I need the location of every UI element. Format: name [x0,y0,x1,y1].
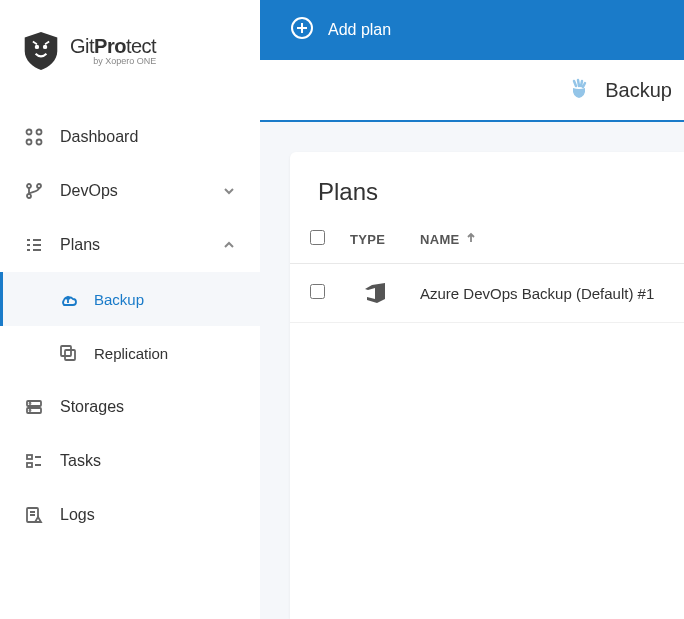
nav-label: Dashboard [60,128,236,146]
backup-icon [58,289,78,309]
nav-label: DevOps [60,182,206,200]
svg-point-2 [27,130,32,135]
dashboard-icon [24,127,44,147]
add-plan-button[interactable]: Add plan [260,0,684,60]
select-all-checkbox[interactable] [310,230,325,245]
panel-title: Plans [290,152,684,216]
svg-point-14 [30,410,31,411]
sidebar-item-logs[interactable]: Logs [0,488,260,542]
svg-point-5 [37,140,42,145]
column-name-label: NAME [420,232,459,247]
svg-rect-10 [65,350,75,360]
nav-label: Logs [60,506,236,524]
nav-label: Backup [94,291,236,308]
tasks-icon [24,451,44,471]
sidebar-item-storages[interactable]: Storages [0,380,260,434]
hand-wave-icon [567,78,591,102]
logo-text: GitProtect by Xopero ONE [70,35,156,67]
column-type[interactable]: TYPE [350,232,400,247]
sidebar-item-plans[interactable]: Plans [0,218,260,272]
sidebar-item-replication[interactable]: Replication [0,326,260,380]
svg-point-1 [43,45,47,49]
sort-asc-icon [465,232,477,247]
branch-icon [24,181,44,201]
plans-icon [24,235,44,255]
nav-label: Replication [94,345,236,362]
add-icon [290,16,314,44]
add-plan-label: Add plan [328,21,391,39]
logo[interactable]: GitProtect by Xopero ONE [0,32,260,110]
sidebar-item-devops[interactable]: DevOps [0,164,260,218]
row-check-cell [310,284,330,303]
svg-rect-9 [61,346,71,356]
row-type-icon [350,282,400,304]
azure-devops-icon [363,282,387,304]
svg-point-7 [27,194,31,198]
svg-point-8 [37,184,41,188]
chevron-down-icon [222,184,236,198]
svg-rect-15 [27,455,32,459]
nav-label: Plans [60,236,206,254]
svg-point-13 [30,403,31,404]
svg-point-6 [27,184,31,188]
svg-point-4 [27,140,32,145]
nav-label: Tasks [60,452,236,470]
svg-rect-16 [27,463,32,467]
main: Add plan Backup Plans TYPE NAME [260,0,684,619]
shield-icon [24,32,58,70]
column-name[interactable]: NAME [420,232,664,247]
svg-point-3 [37,130,42,135]
row-checkbox[interactable] [310,284,325,299]
svg-point-0 [35,45,39,49]
plans-panel: Plans TYPE NAME Azure DevOps Back [290,152,684,619]
select-all-cell [310,230,330,249]
logs-icon [24,505,44,525]
chevron-up-icon [222,238,236,252]
replication-icon [58,343,78,363]
storage-icon [24,397,44,417]
sidebar-item-dashboard[interactable]: Dashboard [0,110,260,164]
sidebar-item-tasks[interactable]: Tasks [0,434,260,488]
breadcrumb-current: Backup [605,79,672,102]
nav: Dashboard DevOps Plans [0,110,260,542]
sidebar: GitProtect by Xopero ONE Dashboard DevOp… [0,0,260,619]
nav-label: Storages [60,398,236,416]
table-row[interactable]: Azure DevOps Backup (Default) #1 [290,264,684,323]
breadcrumb: Backup [260,60,684,122]
sidebar-item-backup[interactable]: Backup [0,272,260,326]
row-name: Azure DevOps Backup (Default) #1 [420,285,664,302]
table-header: TYPE NAME [290,216,684,264]
